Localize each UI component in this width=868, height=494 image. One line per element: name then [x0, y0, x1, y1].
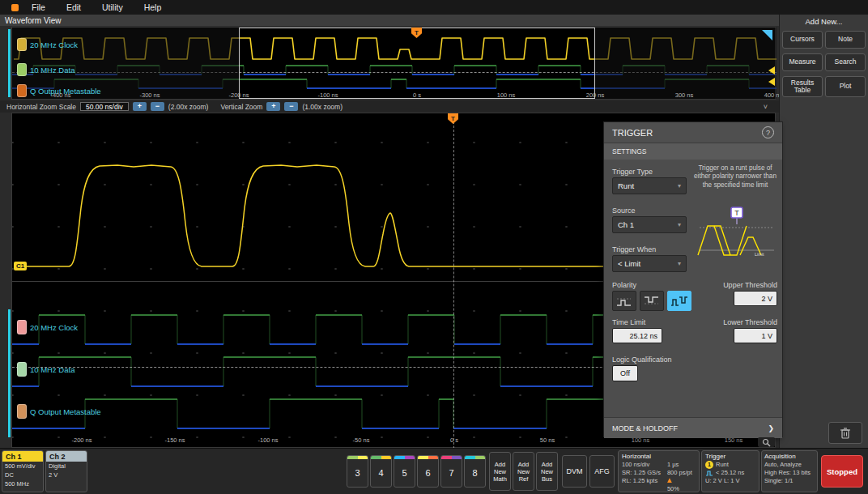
- overview-selection-bar: [8, 29, 11, 97]
- ch1-bandwidth: 500 MHz: [2, 479, 43, 488]
- ch2-badge[interactable]: Ch 2 Digital 2 V: [45, 450, 87, 492]
- trigger-badge[interactable]: Trigger 1Runt < 25.12 ns U: 2 V L: 1 V: [701, 450, 760, 492]
- trigger-panel-header: TRIGGER ?: [604, 122, 782, 143]
- v-zoom-factor: (1.00x zoom): [302, 103, 343, 111]
- channel-chip[interactable]: [17, 404, 27, 419]
- time-limit-label: Time Limit: [612, 318, 645, 326]
- h-zoom-factor: (2.00x zoom): [168, 103, 209, 111]
- main-axis-label: -150 ns: [157, 437, 193, 444]
- run-stop-button[interactable]: Stopped: [821, 455, 863, 488]
- source-dropdown[interactable]: Ch 1▾: [612, 216, 687, 233]
- menu-item-utility[interactable]: Utility: [102, 2, 123, 12]
- polarity-negative-button[interactable]: [640, 291, 664, 311]
- overview-axis-label: 0 s: [399, 92, 435, 99]
- channel-chip[interactable]: [17, 63, 27, 76]
- zoom-scale-bar: Horizontal Zoom Scale 50.00 ns/div + − (…: [0, 100, 779, 113]
- overview-axis-label: -300 ns: [132, 92, 168, 99]
- v-zoom-in-button[interactable]: +: [266, 102, 280, 111]
- trigger-type-dropdown[interactable]: Runt▾: [612, 177, 687, 194]
- zoom-flag-icon[interactable]: [762, 30, 772, 40]
- lower-threshold-input[interactable]: 1 V: [734, 328, 777, 343]
- channel-chip[interactable]: [17, 84, 27, 97]
- overview-dim-right: [595, 28, 777, 99]
- add-new-bus-button[interactable]: Add New Bus: [536, 452, 558, 491]
- channel1-reference-marker[interactable]: C1: [14, 262, 27, 270]
- channel-button-4[interactable]: 4: [370, 455, 392, 488]
- plot-button[interactable]: Plot: [825, 76, 866, 97]
- digital-channel-label: Q Output Metastable: [17, 404, 101, 419]
- lower-threshold-label: Lower Threshold: [693, 318, 777, 326]
- overview-axis-label: -200 ns: [221, 92, 257, 99]
- chevron-down-icon: ▾: [678, 260, 681, 267]
- trigger-when-label: Trigger When: [612, 245, 656, 253]
- trigger-help-text: Trigger on a runt pulse of either polari…: [693, 164, 777, 190]
- help-icon[interactable]: ?: [762, 126, 774, 138]
- channel-button-3[interactable]: 3: [347, 455, 368, 488]
- chevron-down-icon[interactable]: ˅: [764, 103, 768, 111]
- horizontal-badge[interactable]: Horizontal 100 ns/div SR: 1.25 GS/s RL: …: [618, 450, 700, 492]
- bottom-status-bar: Ch 1 500 mV/div DC 500 MHz Ch 2 Digital …: [0, 448, 868, 494]
- trigger-when-dropdown[interactable]: < Limit▾: [612, 255, 687, 272]
- trigger-time-line: [453, 113, 454, 449]
- trash-button[interactable]: [828, 422, 862, 444]
- digital-channel-label: 20 MHz Clock: [17, 320, 78, 334]
- h-zoom-out-button[interactable]: −: [151, 102, 164, 111]
- channel-button-6[interactable]: 6: [417, 455, 439, 488]
- trash-icon: [840, 427, 851, 440]
- time-limit-input[interactable]: 25.12 ns: [612, 328, 662, 343]
- polarity-positive-button[interactable]: [612, 291, 636, 311]
- digital-selection-bar: [8, 309, 11, 437]
- channel-chip[interactable]: [17, 320, 27, 334]
- negative-runt-icon: [644, 295, 660, 308]
- v-zoom-out-button[interactable]: −: [284, 102, 298, 111]
- menu-bar: FileEditUtilityHelp: [0, 0, 868, 15]
- dvm-button[interactable]: DVM: [562, 455, 587, 488]
- channel-chip[interactable]: [17, 38, 27, 51]
- channel-button-label: 5: [394, 459, 415, 487]
- acquisition-badge[interactable]: Acquisition Auto, Analyze High Res: 13 b…: [761, 450, 818, 492]
- logic-qualification-toggle[interactable]: Off: [612, 365, 638, 381]
- add-new-ref-button[interactable]: Add New Ref: [513, 452, 534, 491]
- results-table-button[interactable]: Results Table: [782, 76, 823, 97]
- upper-threshold-input[interactable]: 2 V: [734, 291, 777, 306]
- ch2-badge-header: Ch 2: [46, 451, 87, 462]
- add-new-panel: Add New... Cursors Note Measure Search R…: [779, 15, 868, 448]
- menu-item-help[interactable]: Help: [144, 2, 162, 12]
- polarity-either-button[interactable]: [667, 291, 691, 311]
- overview-channel-label: 20 MHz Clock: [17, 38, 78, 51]
- channel-chip[interactable]: [17, 362, 27, 377]
- channel-button-5[interactable]: 5: [394, 455, 415, 488]
- trigger-level-marker[interactable]: [768, 66, 775, 75]
- menu-item-edit[interactable]: Edit: [66, 2, 81, 12]
- cursors-button[interactable]: Cursors: [782, 31, 823, 49]
- channel-button-7[interactable]: 7: [440, 455, 462, 488]
- tab-settings[interactable]: SETTINGS: [604, 143, 782, 160]
- h-zoom-in-button[interactable]: +: [133, 102, 147, 111]
- measure-button[interactable]: Measure: [782, 53, 823, 71]
- add-new-math-button[interactable]: Add New Math: [489, 452, 511, 491]
- zoom-tool-button[interactable]: [758, 437, 775, 447]
- ch2-threshold: 2 V: [46, 471, 87, 479]
- horizontal-title: Horizontal: [622, 453, 696, 460]
- upper-threshold-label: Upper Threshold: [693, 281, 777, 289]
- zoom-window[interactable]: [239, 28, 595, 99]
- horizontal-zoom-scale-value[interactable]: 50.00 ns/div: [80, 102, 129, 111]
- search-button[interactable]: Search: [825, 53, 866, 71]
- runt-diagram: T: [696, 207, 777, 260]
- mode-holdoff-section[interactable]: MODE & HOLDOFF ❯: [604, 417, 782, 438]
- horizontal-zoom-label: Horizontal Zoom Scale: [6, 103, 76, 111]
- ch1-scale: 500 mV/div: [2, 462, 43, 471]
- afg-button[interactable]: AFG: [589, 455, 615, 488]
- channel-button-8[interactable]: 8: [464, 455, 486, 488]
- trigger-source-badge: 1: [705, 461, 713, 469]
- ch1-badge[interactable]: Ch 1 500 mV/div DC 500 MHz: [2, 450, 44, 492]
- note-button[interactable]: Note: [825, 31, 866, 49]
- trigger-settings-panel: TRIGGER ? SETTINGS Trigger Type Runt▾ Tr…: [603, 121, 783, 437]
- overview-axis-label: 200 ns: [577, 92, 613, 99]
- trigger-level-marker[interactable]: [768, 78, 775, 86]
- main-axis-label: 0 s: [436, 437, 472, 444]
- menu-item-file[interactable]: File: [32, 2, 45, 12]
- main-axis-label: -100 ns: [250, 437, 286, 444]
- ch1-badge-header: Ch 1: [2, 451, 43, 462]
- waveform-overview[interactable]: 20 MHz Clock 10 MHz Data Q Output Metast…: [11, 27, 776, 100]
